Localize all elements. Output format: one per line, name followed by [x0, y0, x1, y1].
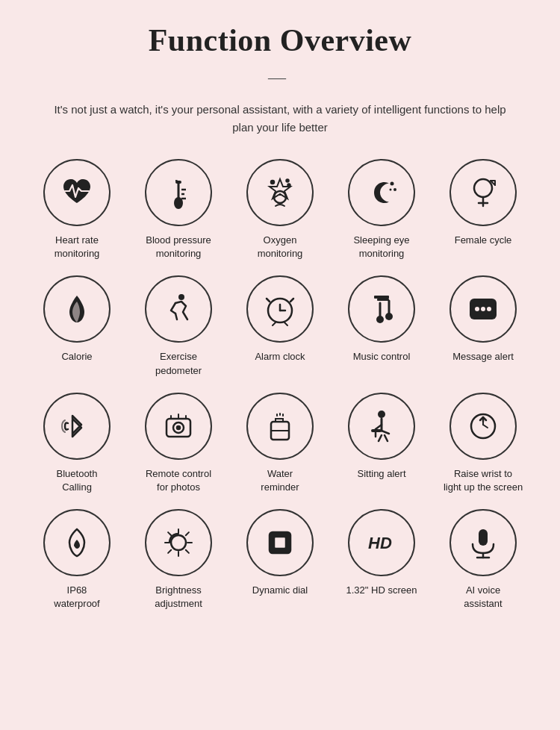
subtitle: It's not just a watch, it's your persona… — [49, 101, 511, 137]
feature-item-alarm: Alarm clock — [235, 275, 325, 377]
feature-item-exercise: Exercise pedometer — [134, 275, 223, 377]
svg-point-10 — [393, 188, 396, 191]
svg-point-29 — [487, 307, 491, 311]
svg-point-41 — [378, 411, 385, 418]
feature-label-raise-wrist: Raise wrist to light up the screen — [444, 467, 523, 494]
svg-point-6 — [271, 181, 274, 184]
exercise-icon — [145, 275, 212, 343]
svg-rect-42 — [371, 429, 382, 432]
svg-point-7 — [287, 180, 289, 182]
svg-rect-51 — [479, 529, 488, 546]
feature-label-dynamic-dial: Dynamic dial — [252, 584, 308, 597]
page-title: Function Overview — [30, 22, 530, 58]
female-cycle-icon — [449, 159, 517, 226]
feature-label-female-cycle: Female cycle — [455, 234, 512, 247]
message-icon — [449, 275, 517, 343]
features-grid: Heart rate monitoring Blood pressure mon… — [30, 159, 530, 611]
alarm-icon — [246, 275, 314, 343]
svg-point-11 — [390, 189, 392, 191]
sleeping-icon — [348, 159, 415, 226]
feature-label-ai-voice: AI voice assistant — [464, 584, 502, 611]
feature-item-bluetooth: Bluetooth Calling — [32, 393, 122, 494]
feature-label-message: Message alert — [452, 350, 514, 364]
feature-label-music: Music control — [353, 350, 411, 364]
svg-point-8 — [288, 184, 290, 187]
feature-label-exercise: Exercise pedometer — [155, 350, 202, 377]
ai-voice-icon — [449, 509, 517, 576]
feature-label-blood-pressure: Blood pressure monitoring — [146, 234, 211, 261]
feature-label-remote: Remote control for photos — [146, 467, 211, 494]
svg-rect-20 — [374, 296, 389, 299]
feature-item-brightness: Brightness adjustment — [134, 509, 223, 611]
feature-label-sitting: Sitting alert — [357, 467, 405, 481]
feature-label-brightness: Brightness adjustment — [155, 584, 202, 611]
feature-item-remote: Remote control for photos — [134, 393, 223, 494]
svg-point-25 — [385, 313, 393, 320]
feature-item-hd-screen: HD 1.32" HD screen — [337, 509, 426, 611]
bluetooth-icon — [43, 393, 111, 460]
music-icon — [348, 275, 415, 343]
raise-wrist-icon — [449, 393, 517, 460]
svg-point-28 — [481, 307, 485, 311]
svg-line-46 — [483, 425, 488, 428]
feature-label-water: Water reminder — [261, 467, 299, 494]
ip68-icon — [43, 509, 111, 576]
svg-rect-49 — [274, 537, 286, 549]
svg-point-24 — [376, 316, 384, 323]
feature-item-ip68: IP68 waterproof — [32, 509, 122, 611]
oxygen-icon — [246, 159, 314, 226]
sitting-icon — [348, 393, 415, 460]
feature-label-ip68: IP68 waterproof — [54, 584, 99, 611]
feature-item-oxygen: Oxygen monitoring — [235, 159, 325, 261]
water-icon — [246, 393, 314, 460]
svg-point-9 — [391, 182, 394, 186]
blood-pressure-icon — [145, 159, 212, 226]
brightness-icon — [145, 509, 212, 576]
svg-text:HD: HD — [368, 534, 392, 552]
feature-item-dynamic-dial: Dynamic dial — [235, 509, 325, 611]
dynamic-dial-icon — [246, 509, 314, 576]
feature-label-bluetooth: Bluetooth Calling — [57, 467, 98, 494]
feature-item-music: Music control — [337, 275, 426, 377]
svg-point-27 — [475, 307, 479, 311]
feature-item-water: Water reminder — [235, 393, 325, 494]
remote-icon — [145, 393, 212, 460]
feature-item-blood-pressure: Blood pressure monitoring — [134, 159, 223, 261]
feature-label-oxygen: Oxygen monitoring — [258, 234, 303, 261]
hd-screen-icon: HD — [348, 509, 415, 576]
feature-item-message: Message alert — [438, 275, 528, 377]
feature-item-sleeping: Sleeping eye monitoring — [337, 159, 426, 261]
feature-item-calorie: Calorie — [32, 275, 122, 377]
svg-point-12 — [474, 179, 492, 197]
svg-rect-21 — [377, 299, 389, 301]
heart-rate-icon — [43, 159, 111, 226]
feature-item-sitting: Sitting alert — [337, 393, 426, 494]
svg-point-16 — [178, 294, 184, 300]
feature-item-raise-wrist: Raise wrist to light up the screen — [438, 393, 528, 494]
feature-item-ai-voice: AI voice assistant — [438, 509, 528, 611]
svg-point-32 — [177, 426, 180, 429]
divider: — — [30, 67, 530, 87]
feature-label-heart-rate: Heart rate monitoring — [55, 234, 100, 261]
feature-label-sleeping: Sleeping eye monitoring — [353, 234, 409, 261]
svg-point-47 — [171, 535, 186, 550]
feature-label-alarm: Alarm clock — [255, 350, 305, 364]
feature-item-female-cycle: Female cycle — [438, 159, 528, 261]
feature-label-hd-screen: 1.32" HD screen — [346, 584, 417, 597]
feature-label-calorie: Calorie — [61, 350, 92, 364]
feature-item-heart-rate: Heart rate monitoring — [32, 159, 122, 261]
calorie-icon — [43, 275, 111, 343]
